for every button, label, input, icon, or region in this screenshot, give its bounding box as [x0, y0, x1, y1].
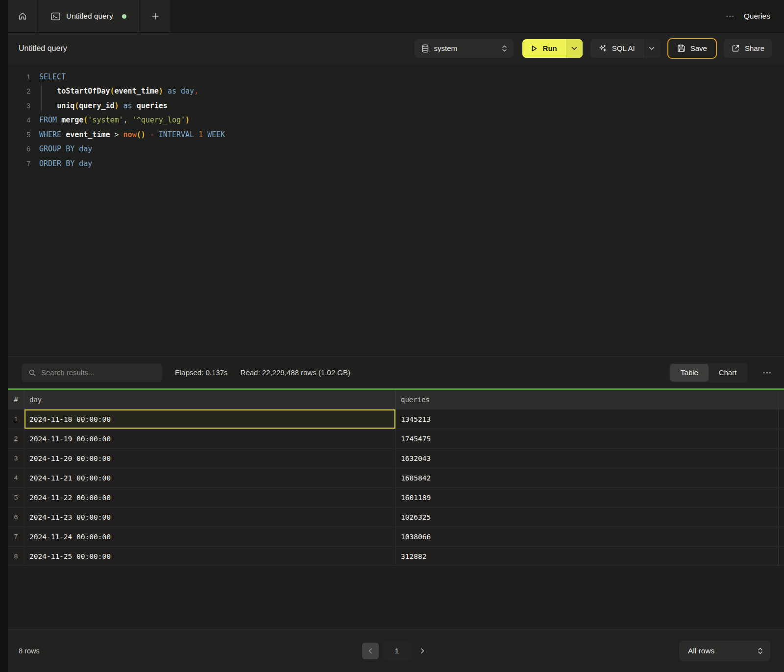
column-header-day[interactable]: day — [24, 390, 396, 409]
cell-day[interactable]: 2024-11-22 00:00:00 — [24, 488, 396, 507]
cell-day[interactable]: 2024-11-20 00:00:00 — [24, 449, 396, 468]
sql-ai-options-button[interactable] — [643, 39, 661, 58]
queries-link[interactable]: Queries — [744, 12, 770, 21]
line-number: 6 — [8, 145, 30, 153]
chevron-left-icon — [368, 648, 372, 654]
sql-editor[interactable]: 1SELECT2 toStartOfDay(event_time) as day… — [8, 64, 784, 356]
table-header-row: # day queries — [8, 390, 784, 409]
cell-day[interactable]: 2024-11-18 00:00:00 — [24, 409, 396, 429]
results-more-icon[interactable]: ⋯ — [762, 367, 772, 378]
column-header-queries[interactable]: queries — [396, 390, 784, 409]
row-index-cell[interactable]: 4 — [8, 468, 24, 487]
table-row[interactable]: 42024-11-21 00:00:001685842 — [8, 468, 784, 488]
save-icon — [677, 44, 686, 52]
pagination: 1 — [362, 641, 430, 661]
line-number: 1 — [8, 73, 30, 81]
chevron-updown-icon — [501, 45, 508, 52]
row-index-cell[interactable]: 3 — [8, 449, 24, 468]
row-index-cell[interactable]: 1 — [8, 409, 24, 429]
more-options-icon[interactable]: ⋯ — [726, 11, 735, 22]
unsaved-indicator-dot — [122, 14, 126, 19]
code-line[interactable]: 7ORDER BY day — [8, 156, 784, 171]
tab-untitled-query[interactable]: Untitled query — [38, 0, 139, 32]
results-toolbar: Elapsed: 0.137s Read: 22,229,488 rows (1… — [8, 356, 784, 388]
external-link-icon — [732, 44, 740, 52]
cell-queries[interactable]: 1632043 — [396, 449, 784, 468]
cell-queries[interactable]: 1685842 — [396, 468, 784, 487]
row-index-cell[interactable]: 6 — [8, 507, 24, 527]
cell-queries[interactable]: 1345213 — [396, 409, 784, 429]
save-button[interactable]: Save — [667, 38, 717, 59]
cell-day[interactable]: 2024-11-19 00:00:00 — [24, 429, 396, 448]
run-button[interactable]: Run — [522, 39, 566, 58]
tab-table-view[interactable]: Table — [670, 364, 709, 382]
results-empty-area — [8, 566, 784, 629]
database-icon — [421, 44, 429, 53]
table-row[interactable]: 22024-11-19 00:00:001745475 — [8, 429, 784, 449]
search-icon — [28, 369, 36, 377]
code-text: SELECT — [30, 72, 66, 81]
new-tab-button[interactable] — [141, 0, 170, 32]
line-number: 5 — [8, 131, 30, 139]
code-line[interactable]: 3 uniq(query_id) as queries — [8, 98, 784, 113]
sql-ai-button[interactable]: SQL AI — [590, 39, 643, 58]
line-number: 7 — [8, 160, 30, 168]
home-button[interactable] — [8, 0, 37, 32]
tab-chart-view[interactable]: Chart — [709, 364, 747, 382]
query-toolbar: Untitled query system — [8, 33, 784, 64]
cell-queries[interactable]: 1038066 — [396, 527, 784, 546]
sql-ai-button-group: SQL AI — [590, 39, 661, 58]
row-index-cell[interactable]: 8 — [8, 547, 24, 566]
cell-day[interactable]: 2024-11-24 00:00:00 — [24, 527, 396, 546]
table-row[interactable]: 72024-11-24 00:00:001038066 — [8, 527, 784, 547]
code-line[interactable]: 5WHERE event_time > now() - INTERVAL 1 W… — [8, 127, 784, 142]
play-icon — [530, 45, 538, 52]
cell-day[interactable]: 2024-11-21 00:00:00 — [24, 468, 396, 487]
page-number-button[interactable]: 1 — [383, 641, 411, 661]
chevron-updown-icon — [757, 647, 763, 655]
query-title: Untitled query — [19, 44, 408, 53]
line-number: 4 — [8, 116, 30, 124]
previous-page-button[interactable] — [362, 643, 379, 659]
run-button-group: Run — [522, 39, 583, 58]
table-row[interactable]: 32024-11-20 00:00:001632043 — [8, 449, 784, 468]
column-header-index[interactable]: # — [8, 390, 24, 409]
row-index-cell[interactable]: 2 — [8, 429, 24, 448]
cell-queries[interactable]: 1745475 — [396, 429, 784, 448]
code-line[interactable]: 6GROUP BY day — [8, 142, 784, 157]
table-row[interactable]: 82024-11-25 00:00:00312882 — [8, 547, 784, 566]
plus-icon — [151, 12, 160, 21]
table-row[interactable]: 62024-11-23 00:00:001026325 — [8, 507, 784, 527]
database-selector[interactable]: system — [415, 39, 514, 58]
code-line[interactable]: 2 toStartOfDay(event_time) as day, — [8, 84, 784, 99]
cell-day[interactable]: 2024-11-25 00:00:00 — [24, 547, 396, 566]
next-page-button[interactable] — [415, 643, 430, 659]
page-size-selector[interactable]: All rows — [679, 641, 770, 661]
cell-queries[interactable]: 1026325 — [396, 507, 784, 527]
search-results-box[interactable] — [22, 363, 162, 382]
scrollbar-gutter[interactable] — [778, 390, 784, 566]
run-options-button[interactable] — [566, 39, 583, 58]
share-button[interactable]: Share — [724, 39, 772, 58]
code-text: WHERE event_time > now() - INTERVAL 1 WE… — [30, 130, 225, 139]
results-table: # day queries 12024-11-18 00:00:00134521… — [8, 390, 784, 566]
elapsed-stat: Elapsed: 0.137s — [175, 368, 228, 377]
code-line[interactable]: 1SELECT — [8, 70, 784, 84]
read-stat: Read: 22,229,488 rows (1.02 GB) — [241, 368, 350, 377]
table-row[interactable]: 52024-11-22 00:00:001601189 — [8, 488, 784, 507]
cell-day[interactable]: 2024-11-23 00:00:00 — [24, 507, 396, 527]
search-results-input[interactable] — [41, 368, 156, 377]
line-number: 3 — [8, 102, 30, 110]
tab-bar: Untitled query ⋯ Queries — [8, 0, 784, 33]
code-line[interactable]: 4FROM merge('system', '^query_log') — [8, 113, 784, 128]
save-label: Save — [690, 44, 707, 52]
tab-title: Untitled query — [66, 12, 113, 21]
indent-guide — [41, 84, 42, 112]
line-number: 2 — [8, 87, 30, 95]
cell-queries[interactable]: 312882 — [396, 547, 784, 566]
cell-queries[interactable]: 1601189 — [396, 488, 784, 507]
row-index-cell[interactable]: 7 — [8, 527, 24, 546]
row-index-cell[interactable]: 5 — [8, 488, 24, 507]
table-row[interactable]: 12024-11-18 00:00:001345213 — [8, 409, 784, 429]
left-edge-strip — [0, 0, 8, 672]
